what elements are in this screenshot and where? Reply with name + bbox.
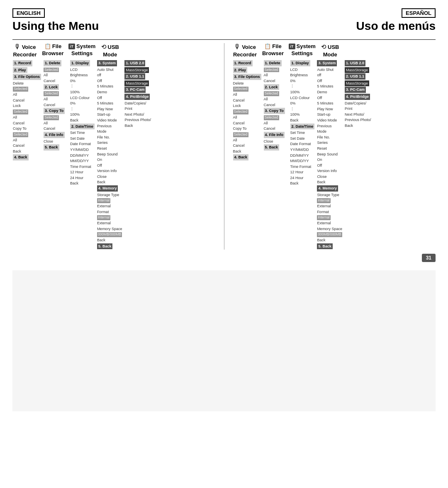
voice-delete-cancel: Cancel	[12, 98, 41, 103]
es-sys-time-format: Time Format	[290, 164, 315, 170]
es-sys-yy-mm-dd: YY/MM/DD	[290, 147, 315, 153]
file-item-4: 4. File Info	[44, 132, 65, 138]
sys-brightness: Brightness	[70, 73, 95, 78]
es-tab-usb-mode[interactable]: ⟲ USB Mode	[320, 43, 341, 58]
es-voice-recorder-col: 1. Record 2. Play 3. File Options Delete…	[233, 60, 262, 161]
es-usb-next-photo: Next Photo/	[344, 112, 372, 117]
sys-time-format: Time Format	[70, 164, 95, 170]
es-system-tab-line1: System	[297, 43, 316, 49]
es-sys-set-date: Set Date	[290, 136, 315, 141]
sys-mem-space: Memory Space	[97, 226, 123, 232]
usb-print: Print	[124, 106, 151, 112]
es-tab-file-browser[interactable]: 📋 File Browser	[262, 43, 285, 58]
file-browser-col: 1. Delete Selected All Cancel 2. Lock Se…	[43, 60, 68, 151]
es-usb-massstorage-2: MassStorage	[345, 80, 369, 87]
es-system-display-col: 1. Display LCD Brightness 0% ⋮ 100% LCD …	[290, 60, 315, 186]
sys-bright-100: 100%	[70, 90, 95, 95]
es-usb-print: Print	[344, 106, 372, 112]
spanish-menu-content: 1. Record 2. Play 3. File Options Delete…	[233, 60, 436, 250]
tab-file-browser[interactable]: 📋 File Browser	[41, 43, 64, 58]
sys-bright-dots: ⋮	[70, 84, 95, 89]
es-file-tab-line2: Browser	[262, 50, 284, 56]
es-sys-format-internal: Internal	[317, 215, 330, 220]
es-usb-back: Back	[344, 123, 372, 129]
sys-internal: Internal	[97, 198, 110, 203]
es-file-item-1: 1. Delete	[264, 60, 282, 66]
voice-tab-line1: Voice	[22, 44, 36, 50]
voice-item-2: 2. Play	[13, 67, 27, 73]
es-usb-massstorage-1: MassStorage	[345, 67, 369, 73]
es-sys-previous: Previous	[317, 124, 343, 129]
usb-next-photo: Next Photo/	[124, 112, 151, 117]
file-close: Close	[43, 139, 68, 144]
sys-mode: Mode	[97, 129, 123, 134]
tab-system-settings[interactable]: iT System Settings	[68, 43, 95, 58]
sys-lcd: LCD	[70, 67, 95, 73]
es-sys-colour-0: 0%	[290, 101, 315, 106]
voice-delete: Delete	[12, 81, 41, 86]
usb-massstorage-2: MassStorage	[124, 80, 149, 87]
file-icon: 📋	[44, 43, 51, 49]
es-voice-copyto-cancel: Cancel	[233, 143, 262, 148]
spanish-section-header: ESPAÑOL	[402, 8, 436, 18]
es-sys-beep: Beep Sound	[317, 152, 343, 157]
sys-beep-off: Off	[97, 163, 123, 168]
es-sys-5min: 5 Minutes	[317, 84, 343, 89]
usb-item-1: 1. USB 2.0	[124, 60, 145, 66]
es-voice-icon: 🎙	[234, 43, 241, 51]
es-sys-beep-off: Off	[317, 163, 343, 168]
sys-series: Series	[97, 140, 123, 146]
es-sys-storage-type: Storage Type	[317, 192, 343, 198]
es-sys-display-back: Back	[290, 118, 315, 123]
spanish-section: 🎙 Voice Recorder 📋 File Browser	[224, 43, 436, 250]
file-lock-cancel: Cancel	[43, 102, 68, 108]
es-file-browser-col: 1. Delete Selected All Cancel 2. Lock Se…	[263, 60, 288, 151]
usb-mode-col: 1. USB 2.0 MassStorage 2. USB 1.1 MassSt…	[124, 60, 151, 129]
file-item-3: 3. Copy To	[44, 108, 65, 114]
voice-lock: Lock	[12, 103, 41, 109]
es-sys-auto-off: off	[317, 73, 343, 78]
es-sys-lcd: LCD	[290, 67, 315, 73]
es-sys-demo-off: Off	[317, 95, 343, 101]
sys-dd-mm-yy: DD/MM/YY	[70, 153, 95, 158]
es-sys-mem-size: 000MB/000MB	[317, 232, 342, 237]
es-file-icon: 📋	[264, 43, 271, 49]
es-sys-datetime-item: 2. Date/Time	[290, 124, 315, 130]
es-tab-voice-recorder[interactable]: 🎙 Voice Recorder	[233, 43, 258, 58]
sys-play-now: Play Now	[97, 107, 123, 112]
es-sys-colour-dots: ⋮	[290, 107, 315, 112]
sys-lcd-colour: LCD Colour	[70, 95, 95, 101]
sys-reset: Reset	[97, 146, 123, 151]
es-file-delete-selected: Selected	[264, 68, 279, 73]
es-usb-tab-line2: Mode	[323, 51, 337, 58]
voice-copyto-all: All	[12, 138, 41, 143]
es-usb-prev-photo: Previous Photo/	[344, 117, 372, 123]
tab-voice-recorder[interactable]: 🎙 Voice Recorder	[12, 43, 37, 58]
english-section-header: ENGLISH	[12, 8, 45, 18]
es-voice-copyto: Copy To	[233, 126, 262, 131]
file-delete-cancel: Cancel	[43, 78, 68, 84]
es-file-item-3: 3. Copy To	[264, 108, 285, 114]
es-voice-delete-cancel: Cancel	[233, 98, 262, 103]
sys-date-format: Date Format	[70, 141, 95, 147]
sys-system-back: Back	[97, 180, 123, 185]
es-sys-mem-space: Memory Space	[317, 226, 343, 232]
sys-demo: Demo	[97, 90, 123, 95]
sys-24hour: 24 Hour	[70, 175, 95, 181]
sys-format-external: External	[97, 221, 123, 226]
sys-demo-off: Off	[97, 95, 123, 101]
es-file-lock-all: All	[263, 97, 288, 102]
es-tab-system-settings[interactable]: iT System Settings	[289, 43, 316, 58]
tab-usb-mode[interactable]: ⟲ USB Mode	[100, 43, 120, 58]
voice-copyto-selected: Selected	[13, 132, 28, 137]
usb-prev-photo: Previous Photo/	[124, 117, 151, 123]
spanish-title: Uso de menús	[356, 19, 436, 33]
es-usb-item-2: 2. USB 1.1	[345, 73, 365, 80]
voice-item-1: 1. Record	[13, 60, 32, 66]
page-number: 31	[422, 254, 436, 262]
voice-icon: 🎙	[14, 43, 21, 51]
voice-back: Back	[12, 149, 41, 154]
sys-memory-back: Back	[97, 238, 123, 243]
sys-format: Format	[97, 209, 123, 215]
usb-item-4: 4. PictBridge	[124, 94, 150, 100]
